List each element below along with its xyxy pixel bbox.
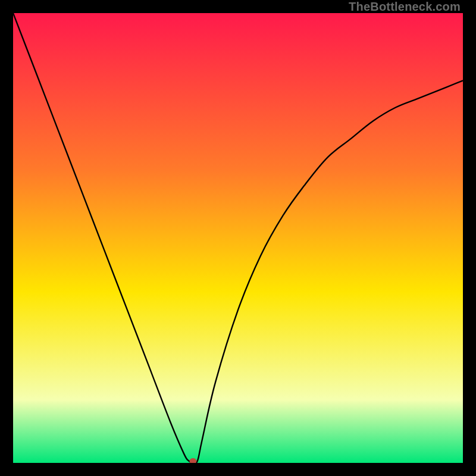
bottleneck-curve xyxy=(13,13,463,463)
minimum-point-marker xyxy=(189,458,196,463)
watermark-text: TheBottleneck.com xyxy=(349,0,461,14)
chart-frame: TheBottleneck.com xyxy=(0,0,476,476)
plot-area xyxy=(13,13,463,463)
